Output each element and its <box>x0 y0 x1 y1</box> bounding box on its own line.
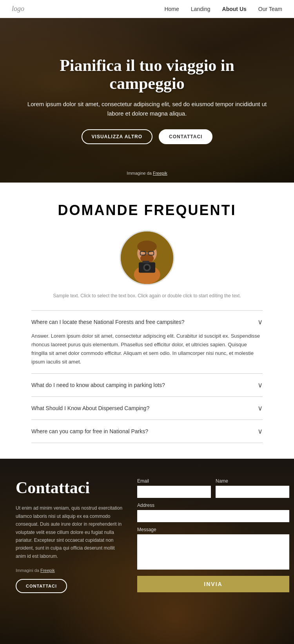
form-group-email: Email <box>137 478 211 498</box>
hero-subtitle: Lorem ipsum dolor sit amet, consectetur … <box>24 99 270 118</box>
message-label: Message <box>137 527 289 532</box>
submit-button[interactable]: INVIA <box>137 576 289 592</box>
faq-question-3-text: What Should I Know About Dispersed Campi… <box>31 405 149 411</box>
navbar: logo Home Landing About Us Our Team <box>0 0 294 18</box>
faq-sample-text: Sample text. Click to select the text bo… <box>31 292 263 299</box>
faq-question-1-text: Where can I locate these National Forest… <box>31 319 185 325</box>
nav-home[interactable]: Home <box>164 6 179 12</box>
faq-avatar <box>120 230 174 285</box>
form-row-3: Message <box>137 527 289 570</box>
faq-question-3[interactable]: What Should I Know About Dispersed Campi… <box>31 404 263 412</box>
svg-point-3 <box>137 241 157 253</box>
svg-point-10 <box>145 265 149 270</box>
faq-chevron-2-icon: ∨ <box>258 381 263 389</box>
nav-links: Home Landing About Us Our Team <box>164 6 282 12</box>
hero-credit: Immagine da Freepik <box>127 171 167 175</box>
faq-avatar-container <box>31 230 263 285</box>
faq-item-4: Where can you camp for free in National … <box>31 420 263 443</box>
contact-credit: Immagini da Freepik <box>16 568 125 573</box>
hero-content: Pianifica il tuo viaggio in campeggio Lo… <box>0 56 294 144</box>
faq-chevron-3-icon: ∨ <box>258 404 263 412</box>
hero-contattaci-button[interactable]: CONTATTACI <box>159 129 212 144</box>
hero-title: Pianifica il tuo viaggio in campeggio <box>24 56 270 92</box>
email-input[interactable] <box>137 486 211 498</box>
form-group-message: Message <box>137 527 289 570</box>
contact-credit-link[interactable]: Freepik <box>40 568 55 573</box>
faq-question-4-text: Where can you camp for free in National … <box>31 428 148 434</box>
contact-section: Contattaci Ut enim ad minim veniam, quis… <box>0 459 294 644</box>
faq-answer-1: Answer. Lorem ipsum dolor sit amet, cons… <box>31 332 263 366</box>
nav-about[interactable]: About Us <box>222 6 247 12</box>
faq-chevron-4-icon: ∨ <box>258 427 263 436</box>
nav-landing[interactable]: Landing <box>191 6 211 12</box>
nav-logo[interactable]: logo <box>12 5 24 13</box>
name-label: Name <box>216 478 289 484</box>
form-row-2: Address <box>137 503 289 522</box>
faq-section: DOMANDE FREQUENTI <box>0 183 294 459</box>
faq-item-1: Where can I locate these National Forest… <box>31 310 263 373</box>
faq-title: DOMANDE FREQUENTI <box>31 202 263 219</box>
avatar-illustration <box>121 230 173 285</box>
contact-left: Contattaci Ut enim ad minim veniam, quis… <box>16 478 125 593</box>
form-row-1: Email Name <box>137 478 289 498</box>
form-group-address: Address <box>137 503 289 522</box>
address-input[interactable] <box>137 510 289 522</box>
name-input[interactable] <box>216 486 289 498</box>
contact-content: Contattaci Ut enim ad minim veniam, quis… <box>16 478 278 593</box>
contact-form: Email Name Address Message <box>137 478 289 592</box>
faq-question-1[interactable]: Where can I locate these National Forest… <box>31 318 263 326</box>
message-textarea[interactable] <box>137 534 289 570</box>
address-label: Address <box>137 503 289 508</box>
email-label: Email <box>137 478 211 484</box>
hero-credit-link[interactable]: Freepik <box>153 171 167 175</box>
hero-buttons: VISUALIZZA ALTRO CONTATTACI <box>24 129 270 144</box>
hero-visualizza-button[interactable]: VISUALIZZA ALTRO <box>82 129 153 144</box>
contact-description: Ut enim ad minim veniam, quis nostrud ex… <box>16 504 125 560</box>
faq-question-4[interactable]: Where can you camp for free in National … <box>31 427 263 436</box>
form-group-name: Name <box>216 478 289 498</box>
nav-our-team[interactable]: Our Team <box>258 6 282 12</box>
contact-title: Contattaci <box>16 478 125 497</box>
contact-button[interactable]: CONTATTACI <box>16 579 67 593</box>
faq-chevron-1-icon: ∨ <box>258 318 263 326</box>
hero-section: Pianifica il tuo viaggio in campeggio Lo… <box>0 18 294 183</box>
faq-item-3: What Should I Know About Dispersed Campi… <box>31 396 263 420</box>
svg-rect-11 <box>143 261 149 263</box>
faq-question-2-text: What do I need to know about camping in … <box>31 382 165 388</box>
faq-item-2: What do I need to know about camping in … <box>31 373 263 396</box>
faq-question-2[interactable]: What do I need to know about camping in … <box>31 381 263 389</box>
